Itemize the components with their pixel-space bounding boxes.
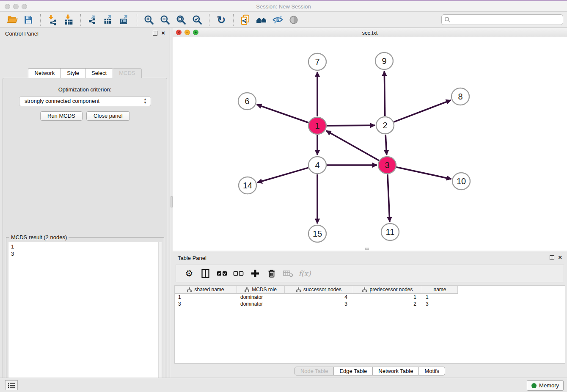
delete-column-icon[interactable]	[264, 267, 279, 280]
result-scrollbar[interactable]	[158, 242, 162, 392]
network-resize-grip[interactable]	[365, 248, 369, 250]
control-panel-header: Control Panel ×	[0, 28, 170, 39]
network-view-window: ✕ − + scc.txt 7968124314101511	[173, 28, 567, 251]
apply-function-icon[interactable]: f(x)	[297, 267, 312, 280]
mcds-result-text[interactable]: 1 3	[8, 242, 158, 392]
svg-text:3: 3	[385, 160, 389, 170]
table-cell[interactable]: dominator	[237, 294, 285, 301]
toolbar-separator	[209, 14, 209, 26]
export-image-icon[interactable]	[117, 13, 133, 27]
graph-edge-3-11[interactable]	[388, 174, 390, 222]
column-visibility-icon[interactable]	[198, 267, 213, 280]
column-header-successor-nodes[interactable]: successor nodes	[285, 286, 353, 294]
graph-edge-2-9[interactable]	[384, 71, 385, 116]
svg-text:6: 6	[245, 97, 249, 106]
import-network-icon[interactable]	[44, 13, 61, 27]
memory-button[interactable]: Memory	[527, 380, 564, 391]
tab-select[interactable]: Select	[85, 68, 113, 78]
task-history-button[interactable]	[5, 380, 18, 390]
hide-selected-icon[interactable]	[270, 13, 286, 27]
table-cell[interactable]: dominator	[237, 301, 285, 307]
run-mcds-button[interactable]: Run MCDS	[40, 111, 83, 121]
table-cell[interactable]: 3	[285, 301, 353, 307]
status-bar: Memory	[0, 378, 567, 392]
import-table-icon[interactable]	[61, 13, 77, 27]
deselect-all-rows-icon[interactable]	[231, 267, 246, 280]
open-session-icon[interactable]	[4, 13, 20, 27]
table-settings-icon[interactable]: ⚙	[182, 267, 196, 280]
tab-network-table[interactable]: Network Table	[372, 367, 418, 375]
graph-edge-1-6[interactable]	[257, 105, 309, 123]
float-panel-icon[interactable]	[153, 31, 157, 36]
add-column-icon[interactable]	[248, 267, 262, 280]
first-neighbors-icon[interactable]	[253, 13, 270, 27]
column-header-name[interactable]: name	[422, 286, 458, 294]
search-input[interactable]	[441, 14, 563, 25]
graph-node-2[interactable]: 2	[376, 117, 394, 134]
table-cell[interactable]: 2	[353, 301, 422, 307]
close-panel-button[interactable]: Close panel	[86, 111, 130, 121]
svg-text:2: 2	[383, 121, 387, 130]
graph-node-11[interactable]: 11	[381, 224, 399, 240]
graph-edge-2-8[interactable]	[394, 100, 451, 122]
graph-node-8[interactable]: 8	[451, 88, 469, 105]
table-row[interactable]: 1dominator411	[175, 294, 565, 301]
svg-text:8: 8	[458, 92, 462, 101]
graph-edge-4-14[interactable]	[257, 168, 308, 182]
zoom-selected-icon[interactable]	[189, 13, 205, 27]
graph-node-14[interactable]: 14	[239, 177, 256, 194]
zoom-fit-icon[interactable]	[173, 13, 189, 27]
tab-edge-table[interactable]: Edge Table	[333, 367, 372, 375]
svg-text:1: 1	[315, 121, 319, 130]
table-cell[interactable]: 1	[353, 294, 422, 301]
delete-table-icon[interactable]	[281, 267, 295, 280]
network-canvas[interactable]: 7968124314101511	[173, 37, 567, 251]
close-table-panel-icon[interactable]: ×	[558, 254, 562, 261]
save-session-icon[interactable]	[20, 13, 36, 27]
tab-mcds[interactable]: MCDS	[113, 68, 141, 78]
column-header-MCDS-role[interactable]: MCDS role	[237, 286, 285, 294]
table-toolbar: ⚙ f(x)	[176, 265, 564, 282]
column-header-predecessor-nodes[interactable]: predecessor nodes	[353, 286, 422, 294]
graph-node-15[interactable]: 15	[308, 225, 326, 242]
export-network-icon[interactable]	[85, 13, 101, 27]
table-cell[interactable]: 3	[422, 301, 458, 307]
graph-edge-2-3[interactable]	[385, 135, 387, 155]
graph-edge-1-2[interactable]	[327, 125, 375, 126]
table-cell[interactable]: 1	[422, 294, 458, 301]
graph-edge-3-10[interactable]	[396, 167, 451, 179]
graph-node-6[interactable]: 6	[238, 93, 256, 110]
zoom-out-icon[interactable]	[157, 13, 173, 27]
tab-node-table[interactable]: Node Table	[295, 367, 334, 375]
graph-node-4[interactable]: 4	[308, 157, 326, 174]
table-cell[interactable]: 1	[175, 294, 237, 301]
graph-node-7[interactable]: 7	[308, 53, 326, 70]
node-table: shared nameMCDS rolesuccessor nodesprede…	[174, 285, 565, 364]
graph-edge-3-1[interactable]	[326, 131, 379, 160]
new-network-from-selection-icon[interactable]	[237, 13, 253, 27]
control-panel: Control Panel × Network Style Select MCD…	[0, 28, 170, 378]
tab-motifs[interactable]: Motifs	[418, 367, 445, 375]
tab-style[interactable]: Style	[61, 68, 85, 78]
show-all-icon[interactable]	[286, 13, 302, 27]
graph-node-9[interactable]: 9	[375, 52, 393, 69]
export-table-icon[interactable]	[101, 13, 117, 27]
apply-layout-icon[interactable]: ↻	[213, 13, 229, 27]
table-cell[interactable]: 3	[175, 301, 237, 307]
table-panel-header: Table Panel ×	[173, 252, 567, 263]
graph-node-3[interactable]: 3	[378, 157, 396, 174]
table-row[interactable]: 3dominator323	[175, 301, 565, 307]
column-header-shared-name[interactable]: shared name	[175, 286, 237, 294]
panel-splitter[interactable]	[170, 28, 173, 378]
float-table-panel-icon[interactable]	[550, 255, 554, 260]
select-all-rows-icon[interactable]	[215, 267, 229, 280]
close-panel-icon[interactable]: ×	[161, 30, 165, 36]
graph-node-10[interactable]: 10	[452, 173, 470, 190]
tab-network[interactable]: Network	[28, 68, 61, 78]
graph-node-1[interactable]: 1	[308, 117, 326, 134]
toolbar-separator	[137, 14, 137, 26]
optimization-criterion-select[interactable]: strongly connected component ▲▼	[19, 96, 151, 106]
memory-status-icon	[531, 383, 537, 388]
zoom-in-icon[interactable]	[141, 13, 157, 27]
table-cell[interactable]: 4	[285, 294, 353, 301]
